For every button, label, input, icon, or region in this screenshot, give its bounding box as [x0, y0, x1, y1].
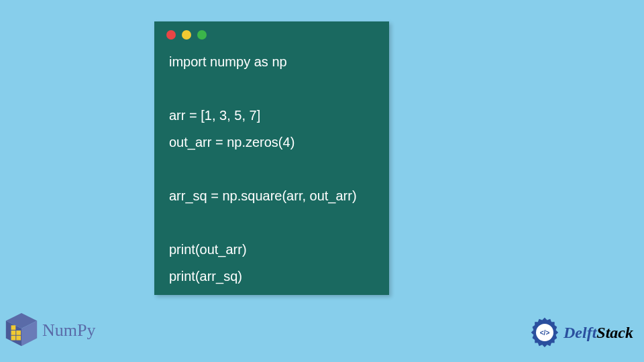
close-icon — [166, 30, 176, 40]
numpy-label: NumPy — [42, 320, 95, 341]
window-titlebar — [154, 21, 389, 48]
code-line: import numpy as np — [169, 54, 287, 69]
svg-text:</>: </> — [540, 329, 550, 337]
svg-rect-5 — [11, 336, 16, 341]
code-line: out_arr = np.zeros(4) — [169, 135, 294, 149]
code-line: print(arr_sq) — [169, 269, 242, 284]
svg-rect-6 — [16, 330, 21, 335]
maximize-icon — [197, 30, 207, 40]
code-line: arr = [1, 3, 5, 7] — [169, 108, 260, 123]
svg-rect-3 — [11, 330, 16, 335]
delftstack-gear-icon: </> — [529, 316, 561, 349]
code-line: arr_sq = np.square(arr, out_arr) — [169, 188, 357, 203]
code-window: import numpy as np arr = [1, 3, 5, 7] ou… — [154, 21, 389, 295]
svg-rect-7 — [11, 325, 16, 330]
code-body: import numpy as np arr = [1, 3, 5, 7] ou… — [154, 48, 389, 290]
svg-rect-4 — [16, 336, 21, 341]
minimize-icon — [182, 30, 191, 40]
numpy-cube-icon — [2, 311, 41, 350]
code-line: print(out_arr) — [169, 242, 247, 257]
delftstack-label: DelftStack — [564, 324, 633, 342]
delftstack-logo: </> DelftStack — [529, 316, 633, 349]
numpy-logo: NumPy — [2, 311, 95, 350]
